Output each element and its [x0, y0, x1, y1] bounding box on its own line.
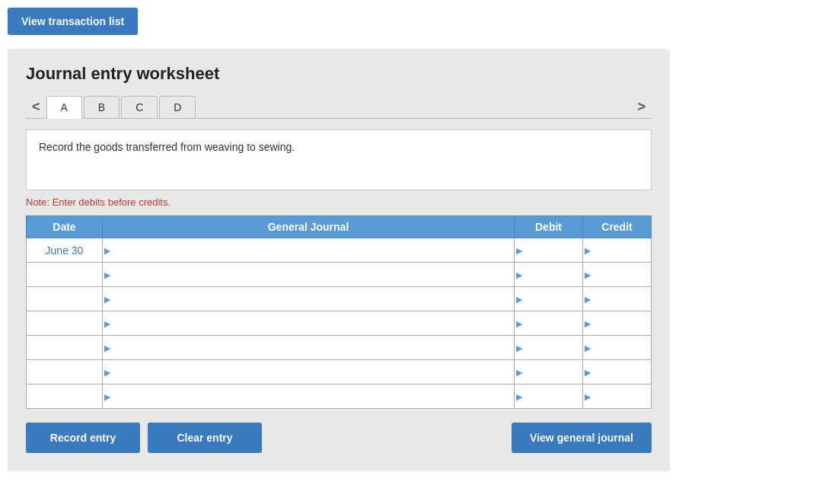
debit-input-5[interactable] [515, 360, 582, 384]
table-row: ▶▶▶ [27, 287, 652, 311]
gj-input-4[interactable] [103, 336, 514, 359]
tab-D[interactable]: D [159, 96, 196, 118]
col-header-date: Date [27, 216, 103, 238]
bottom-buttons: Record entry Clear entry View general jo… [26, 423, 652, 453]
credit-cell-5[interactable]: ▶ [583, 360, 652, 384]
record-entry-button[interactable]: Record entry [26, 423, 140, 453]
credit-cell-1[interactable]: ▶ [583, 263, 652, 287]
debit-cell-3[interactable]: ▶ [515, 311, 583, 336]
credit-input-4[interactable] [583, 336, 651, 359]
debit-input-4[interactable] [515, 336, 582, 359]
credit-input-1[interactable] [583, 263, 651, 286]
debit-cell-1[interactable]: ▶ [515, 263, 583, 287]
gj-cell-1[interactable]: ▶ [103, 263, 515, 287]
gj-input-3[interactable] [103, 311, 514, 335]
debit-input-1[interactable] [515, 263, 582, 286]
date-cell-1 [27, 263, 103, 287]
gj-arrow-icon-0: ▶ [104, 246, 110, 254]
instruction-box: Record the goods transferred from weavin… [26, 129, 652, 190]
view-general-journal-button[interactable]: View general journal [512, 423, 652, 453]
debit-input-2[interactable] [515, 287, 582, 311]
credit-arrow-icon-1: ▶ [585, 270, 591, 279]
credit-cell-3[interactable]: ▶ [583, 311, 652, 336]
tabs-row: < A B C D > [26, 96, 652, 119]
tab-next-button[interactable]: > [631, 96, 652, 118]
worksheet-title: Journal entry worksheet [26, 64, 652, 84]
debit-arrow-icon-1: ▶ [516, 270, 522, 279]
credit-cell-4[interactable]: ▶ [583, 336, 652, 360]
gj-input-2[interactable] [103, 287, 514, 311]
col-header-debit: Debit [515, 216, 583, 238]
credit-input-5[interactable] [583, 360, 651, 384]
tab-B[interactable]: B [84, 96, 120, 118]
credit-arrow-icon-2: ▶ [585, 295, 591, 303]
gj-arrow-icon-4: ▶ [104, 343, 110, 352]
view-transactions-button[interactable]: View transaction list [8, 8, 138, 35]
gj-arrow-icon-6: ▶ [104, 392, 110, 400]
note-text: Note: Enter debits before credits. [26, 196, 652, 208]
debit-arrow-icon-6: ▶ [516, 392, 522, 400]
debit-input-0[interactable] [515, 238, 582, 262]
instruction-text: Record the goods transferred from weavin… [39, 141, 295, 153]
credit-input-2[interactable] [583, 287, 651, 311]
gj-arrow-icon-3: ▶ [104, 319, 110, 327]
table-row: ▶▶▶ [27, 311, 652, 336]
gj-cell-5[interactable]: ▶ [103, 360, 515, 384]
debit-input-3[interactable] [515, 311, 582, 335]
top-bar: View transaction list [0, 0, 832, 43]
debit-arrow-icon-2: ▶ [516, 295, 522, 303]
debit-arrow-icon-5: ▶ [516, 368, 522, 376]
credit-arrow-icon-4: ▶ [585, 343, 591, 352]
gj-input-5[interactable] [103, 360, 514, 384]
gj-input-6[interactable] [103, 384, 514, 408]
table-row: ▶▶▶ [27, 263, 652, 287]
debit-arrow-icon-3: ▶ [516, 319, 522, 327]
table-row: ▶▶▶ [27, 336, 652, 360]
credit-cell-6[interactable]: ▶ [583, 384, 652, 409]
tab-C[interactable]: C [121, 96, 158, 118]
credit-input-3[interactable] [583, 311, 651, 335]
debit-cell-2[interactable]: ▶ [515, 287, 583, 311]
debit-arrow-icon-0: ▶ [516, 246, 522, 254]
credit-input-0[interactable] [583, 238, 651, 262]
gj-cell-2[interactable]: ▶ [103, 287, 515, 311]
credit-cell-0[interactable]: ▶ [583, 238, 652, 263]
debit-cell-6[interactable]: ▶ [515, 384, 583, 409]
date-cell-2 [27, 287, 103, 311]
credit-arrow-icon-6: ▶ [585, 392, 591, 400]
col-header-credit: Credit [583, 216, 652, 238]
gj-cell-6[interactable]: ▶ [103, 384, 515, 409]
debit-input-6[interactable] [515, 384, 582, 408]
credit-input-6[interactable] [583, 384, 651, 408]
gj-arrow-icon-1: ▶ [104, 270, 110, 279]
gj-arrow-icon-5: ▶ [104, 368, 110, 376]
table-row: ▶▶▶ [27, 384, 652, 409]
credit-cell-2[interactable]: ▶ [583, 287, 652, 311]
date-cell-3 [27, 311, 103, 336]
main-container: Journal entry worksheet < A B C D > Reco… [8, 49, 670, 471]
credit-arrow-icon-3: ▶ [585, 319, 591, 327]
tab-prev-button[interactable]: < [26, 96, 46, 118]
col-header-gj: General Journal [103, 216, 515, 238]
date-cell-0: June 30 [27, 238, 103, 263]
tab-A[interactable]: A [46, 96, 82, 119]
journal-table: Date General Journal Debit Credit June 3… [26, 215, 652, 409]
gj-input-0[interactable] [103, 238, 514, 262]
date-cell-5 [27, 360, 103, 384]
debit-cell-4[interactable]: ▶ [515, 336, 583, 360]
gj-cell-4[interactable]: ▶ [103, 336, 515, 360]
debit-cell-0[interactable]: ▶ [515, 238, 583, 263]
debit-cell-5[interactable]: ▶ [515, 360, 583, 384]
table-row: June 30▶▶▶ [27, 238, 652, 263]
table-row: ▶▶▶ [27, 360, 652, 384]
credit-arrow-icon-0: ▶ [585, 246, 591, 254]
gj-arrow-icon-2: ▶ [104, 295, 110, 303]
debit-arrow-icon-4: ▶ [516, 343, 522, 352]
gj-input-1[interactable] [103, 263, 514, 286]
gj-cell-3[interactable]: ▶ [103, 311, 515, 336]
credit-arrow-icon-5: ▶ [585, 368, 591, 376]
date-cell-6 [27, 384, 103, 409]
clear-entry-button[interactable]: Clear entry [148, 423, 262, 453]
gj-cell-0[interactable]: ▶ [103, 238, 515, 263]
date-cell-4 [27, 336, 103, 360]
